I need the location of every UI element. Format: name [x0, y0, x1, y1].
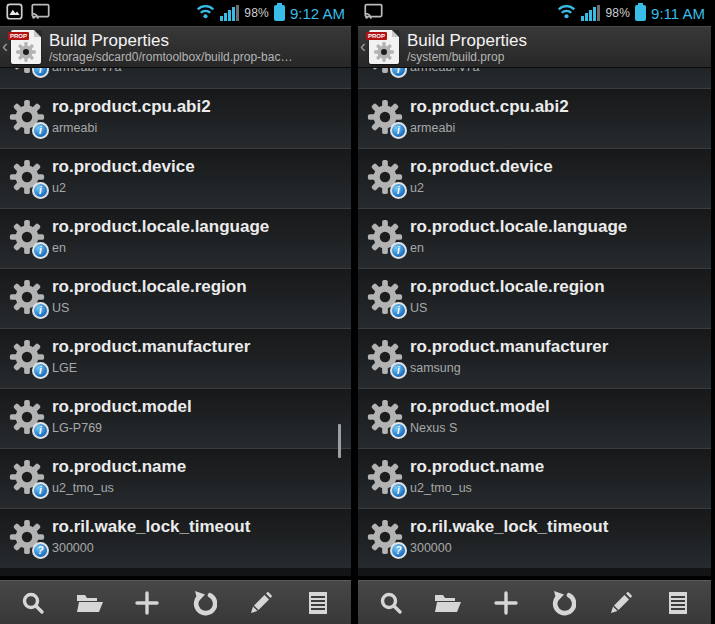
gear-info-icon: i — [366, 458, 404, 498]
info-badge: i — [390, 68, 407, 78]
property-value: LG-P769 — [52, 420, 343, 437]
info-badge: i — [390, 362, 407, 379]
open-folder-button[interactable] — [426, 583, 470, 623]
property-value: 300000 — [410, 540, 703, 557]
back-chevron-icon[interactable]: ‹ — [2, 37, 11, 57]
add-property-button[interactable] — [125, 583, 169, 623]
info-badge: i — [32, 182, 49, 199]
line-list-button[interactable] — [656, 583, 700, 623]
gear-info-icon: i — [366, 98, 404, 138]
property-value: u2_tmo_us — [410, 480, 703, 497]
undo-restore-button[interactable] — [541, 583, 585, 623]
property-value: LGE — [52, 360, 343, 377]
property-key: ro.product.manufacturer — [410, 336, 703, 358]
gear-info-icon: i — [8, 398, 46, 438]
back-chevron-icon[interactable]: ‹ — [360, 37, 369, 57]
property-row[interactable]: i ro.product.device u2 — [358, 148, 711, 208]
property-row[interactable]: i ro.product.cpu.abi2 armeabi — [358, 88, 711, 148]
property-key: ro.ril.wake_lock_timeout — [410, 516, 703, 538]
property-value: samsung — [410, 360, 703, 377]
bottom-toolbar — [0, 580, 351, 624]
property-row[interactable]: i ro.product.cpu.abi armeabi-v7a — [0, 68, 351, 88]
file-path-subtitle: /storage/sdcard0/romtoolbox/build.prop-b… — [49, 50, 292, 64]
info-badge: i — [390, 182, 407, 199]
property-key: ro.product.name — [52, 456, 343, 478]
property-row[interactable]: i ro.product.name u2_tmo_us — [0, 448, 351, 508]
info-badge: i — [390, 422, 407, 439]
gear-info-icon: i — [366, 68, 404, 77]
gear-info-icon: i — [8, 458, 46, 498]
info-badge: i — [32, 482, 49, 499]
property-key: ro.product.manufacturer — [52, 336, 343, 358]
property-key: ro.product.locale.region — [52, 276, 343, 298]
undo-restore-button[interactable] — [182, 583, 226, 623]
property-value: Nexus S — [410, 420, 703, 437]
signal-icon — [220, 5, 239, 21]
property-row[interactable]: ? ro.ril.wake_lock_timeout 300000 — [358, 508, 711, 568]
clock-text: 9:12 AM — [290, 5, 345, 22]
info-badge: ? — [390, 542, 407, 559]
property-row[interactable]: i ro.product.cpu.abi armeabi-v7a — [358, 68, 711, 88]
bottom-toolbar — [358, 580, 711, 624]
property-value: en — [410, 240, 703, 257]
page-fold — [392, 30, 399, 37]
battery-icon — [635, 5, 646, 21]
gear-info-icon: ? — [8, 518, 46, 558]
property-key: ro.product.locale.language — [52, 216, 343, 238]
property-row[interactable]: i ro.product.name u2_tmo_us — [358, 448, 711, 508]
property-value: US — [52, 300, 343, 317]
property-row[interactable]: i ro.product.device u2 — [0, 148, 351, 208]
property-row[interactable]: i ro.product.locale.language en — [0, 208, 351, 268]
info-badge: i — [32, 122, 49, 139]
gear-info-icon: i — [366, 158, 404, 198]
property-row[interactable]: i ro.product.locale.language en — [358, 208, 711, 268]
property-row[interactable]: i ro.product.manufacturer samsung — [358, 328, 711, 388]
property-value: armeabi-v7a — [410, 68, 703, 76]
info-badge: i — [390, 122, 407, 139]
property-value: u2_tmo_us — [52, 480, 343, 497]
property-value: u2 — [52, 180, 343, 197]
property-row[interactable]: i ro.product.cpu.abi2 armeabi — [0, 88, 351, 148]
edit-pencil-button[interactable] — [239, 583, 283, 623]
search-button[interactable] — [369, 583, 413, 623]
build-prop-app-icon[interactable]: PROP — [369, 30, 399, 64]
property-key: ro.product.cpu.abi2 — [52, 96, 343, 118]
screen-left: 98% 9:12 AM ‹ PROP Build Properties /sto… — [0, 0, 351, 624]
app-header: ‹ PROP Build Properties /storage/sdcard0… — [0, 26, 351, 68]
property-row[interactable]: i ro.product.manufacturer LGE — [0, 328, 351, 388]
open-folder-button[interactable] — [68, 583, 112, 623]
prop-ribbon-label: PROP — [366, 32, 387, 40]
battery-percent: 98% — [244, 6, 269, 20]
add-property-button[interactable] — [484, 583, 528, 623]
scrollbar-thumb[interactable] — [338, 424, 341, 458]
property-row[interactable]: i ro.product.model LG-P769 — [0, 388, 351, 448]
property-list[interactable]: i ro.product.cpu.abi armeabi-v7a i ro.pr… — [358, 68, 711, 576]
property-value: armeabi — [52, 120, 343, 137]
battery-icon — [274, 5, 285, 21]
gear-info-icon: i — [8, 98, 46, 138]
line-list-button[interactable] — [296, 583, 340, 623]
edit-pencil-button[interactable] — [599, 583, 643, 623]
status-bar: 98% 9:11 AM — [358, 0, 711, 26]
property-value: armeabi — [410, 120, 703, 137]
property-row[interactable]: ? ro.ril.wake_lock_timeout 300000 — [0, 508, 351, 568]
property-row[interactable]: i ro.product.model Nexus S — [358, 388, 711, 448]
property-row[interactable]: i ro.product.locale.region US — [0, 268, 351, 328]
property-key: ro.product.locale.region — [410, 276, 703, 298]
info-badge: i — [32, 422, 49, 439]
search-button[interactable] — [11, 583, 55, 623]
property-key: ro.product.model — [52, 396, 343, 418]
screen-right: 98% 9:11 AM ‹ PROP Build Properties /sys… — [358, 0, 715, 624]
page-title: Build Properties — [49, 31, 292, 50]
info-badge: i — [32, 68, 49, 78]
info-badge: i — [390, 482, 407, 499]
property-key: ro.product.model — [410, 396, 703, 418]
property-list[interactable]: i ro.product.cpu.abi armeabi-v7a i ro.pr… — [0, 68, 351, 576]
gear-info-icon: i — [366, 278, 404, 318]
build-prop-app-icon[interactable]: PROP — [11, 30, 41, 64]
gear-info-icon: i — [8, 68, 46, 77]
clock-text: 9:11 AM — [651, 5, 705, 22]
gear-info-icon: i — [366, 338, 404, 378]
property-row[interactable]: i ro.product.locale.region US — [358, 268, 711, 328]
property-key: ro.product.device — [52, 156, 343, 178]
